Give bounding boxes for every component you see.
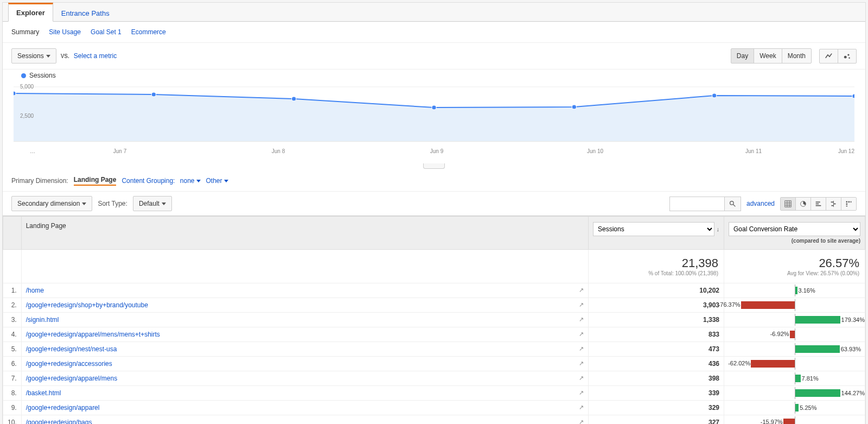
secondary-dimension-dropdown[interactable]: Secondary dimension	[11, 196, 92, 211]
granularity-day[interactable]: Day	[731, 48, 754, 64]
external-link-icon[interactable]: ↗	[579, 331, 584, 338]
table-row: 1./home↗10,2023.16%	[3, 283, 865, 298]
landing-page-link[interactable]: /google+redesign/bags	[26, 419, 92, 424]
landing-page-link[interactable]: /google+redesign/accessories	[26, 360, 112, 368]
metric-1-dropdown[interactable]: Sessions	[11, 48, 56, 64]
conversion-cell: 3.16%	[724, 283, 865, 298]
landing-page-cell: /google+redesign/nest/nest-usa↗	[21, 342, 588, 357]
bar-value-label: 179.34%	[840, 317, 865, 323]
external-link-icon[interactable]: ↗	[579, 316, 584, 323]
select-second-metric[interactable]: Select a metric	[74, 52, 117, 60]
table-search	[669, 197, 741, 211]
view-table[interactable]	[781, 198, 795, 210]
x-tick: Jun 10	[516, 148, 674, 154]
advanced-link[interactable]: advanced	[746, 200, 775, 207]
search-button[interactable]	[724, 197, 741, 211]
svg-rect-29	[846, 201, 847, 202]
subtab-ecommerce[interactable]: Ecommerce	[131, 28, 166, 36]
sort-type-dropdown[interactable]: Default	[133, 196, 172, 211]
svg-rect-32	[848, 201, 850, 202]
tab-explorer[interactable]: Explorer	[8, 3, 53, 22]
external-link-icon[interactable]: ↗	[579, 301, 584, 308]
row-number: 7.	[3, 371, 22, 386]
landing-page-link[interactable]: /home	[26, 287, 44, 294]
external-link-icon[interactable]: ↗	[579, 287, 584, 294]
x-tick: Jun 8	[199, 148, 358, 154]
table-row: 9./google+redesign/apparel↗3295.25%	[3, 401, 865, 415]
landing-page-link[interactable]: /google+redesign/nest/nest-usa	[26, 345, 117, 353]
granularity-month[interactable]: Month	[782, 48, 812, 64]
content-grouping[interactable]: Content Grouping: none	[122, 177, 200, 185]
bar-value-label: 7.81%	[801, 375, 819, 382]
summary-sessions: 21,398 % of Total: 100.00% (21,398)	[589, 250, 724, 283]
col-header-landing-page[interactable]: Landing Page	[21, 217, 588, 250]
landing-page-link[interactable]: /basket.html	[26, 389, 61, 397]
search-input[interactable]	[670, 197, 724, 211]
row-number: 10.	[3, 415, 22, 425]
x-tick: Jun 7	[41, 148, 199, 154]
row-number: 1.	[3, 283, 22, 298]
col-header-sessions: Sessions ↓	[589, 217, 724, 250]
primary-dim-value[interactable]: Landing Page	[74, 176, 117, 186]
external-link-icon[interactable]: ↗	[579, 389, 584, 396]
landing-page-cell: /google+redesign/apparel/mens↗	[21, 371, 588, 386]
row-number: 5.	[3, 342, 22, 357]
chart-legend: Sessions	[14, 72, 854, 79]
subtab-summary[interactable]: Summary	[11, 28, 39, 36]
view-comparison[interactable]	[826, 198, 841, 210]
x-tick: …	[30, 148, 41, 154]
external-link-icon[interactable]: ↗	[579, 375, 584, 382]
external-link-icon[interactable]: ↗	[579, 345, 584, 352]
col-header-conversion: Goal Conversion Rate (compared to site a…	[724, 217, 865, 250]
conversion-metric-select[interactable]: Goal Conversion Rate	[729, 222, 860, 236]
landing-page-cell: /home↗	[21, 283, 588, 298]
svg-rect-26	[831, 201, 834, 202]
tab-entrance-paths[interactable]: Entrance Paths	[53, 4, 118, 22]
sessions-metric-select[interactable]: Sessions	[593, 222, 714, 236]
svg-point-11	[572, 105, 576, 109]
bar-value-label: -6.92%	[770, 331, 790, 337]
sessions-value: 1,338	[589, 313, 724, 327]
total-sessions: 21,398	[594, 256, 718, 270]
row-number: 8.	[3, 386, 22, 401]
caret-down-icon	[162, 202, 166, 205]
view-pivot[interactable]	[841, 198, 856, 210]
dim-other[interactable]: Other	[206, 177, 228, 185]
granularity-week[interactable]: Week	[754, 48, 782, 64]
table-row: 6./google+redesign/accessories↗436-62.02…	[3, 357, 865, 371]
conversion-cell: -6.92%	[724, 327, 865, 342]
bar-value-label: 144.27%	[840, 390, 865, 396]
subtab-goal-set-1[interactable]: Goal Set 1	[91, 28, 122, 36]
sort-desc-icon[interactable]: ↓	[717, 226, 720, 232]
landing-page-link[interactable]: /google+redesign/apparel	[26, 404, 100, 412]
sessions-value: 327	[589, 415, 724, 425]
chart-collapse-handle[interactable]	[3, 163, 865, 170]
chart-area: Sessions 5,000 2,500 …Jun 7Jun 8Jun 9Jun…	[3, 69, 865, 163]
conversion-cell: 7.81%	[724, 371, 865, 386]
external-link-icon[interactable]: ↗	[579, 360, 584, 367]
view-bar[interactable]	[810, 198, 826, 210]
external-link-icon[interactable]: ↗	[579, 419, 584, 424]
landing-page-link[interactable]: /google+redesign/apparel/mens	[26, 375, 117, 382]
external-link-icon[interactable]: ↗	[579, 404, 584, 411]
conversion-cell: 5.25%	[724, 401, 865, 415]
vs-label: VS.	[61, 53, 69, 59]
x-axis-labels: …Jun 7Jun 8Jun 9Jun 10Jun 11Jun 12	[14, 148, 854, 154]
chart-type-line[interactable]	[819, 49, 838, 64]
row-number: 4.	[3, 327, 22, 342]
caret-down-icon	[82, 202, 86, 205]
metric-1-label: Sessions	[17, 52, 44, 60]
landing-page-cell: /google+redesign/apparel/mens/mens+t+shi…	[21, 327, 588, 342]
caret-down-icon	[196, 180, 201, 182]
view-pie[interactable]	[795, 198, 810, 210]
svg-point-0	[844, 55, 847, 58]
landing-page-link[interactable]: /signin.html	[26, 316, 59, 324]
row-number: 2.	[3, 298, 22, 313]
positive-bar	[795, 316, 840, 324]
legend-dot-icon	[21, 73, 26, 78]
landing-page-link[interactable]: /google+redesign/shop+by+brand/youtube	[26, 301, 148, 309]
chart-type-motion[interactable]	[838, 49, 857, 64]
line-chart[interactable]: 5,000 2,500 …Jun 7Jun 8Jun 9Jun 10Jun 11…	[14, 81, 854, 163]
landing-page-link[interactable]: /google+redesign/apparel/mens/mens+t+shi…	[26, 331, 160, 338]
subtab-site-usage[interactable]: Site Usage	[49, 28, 81, 36]
